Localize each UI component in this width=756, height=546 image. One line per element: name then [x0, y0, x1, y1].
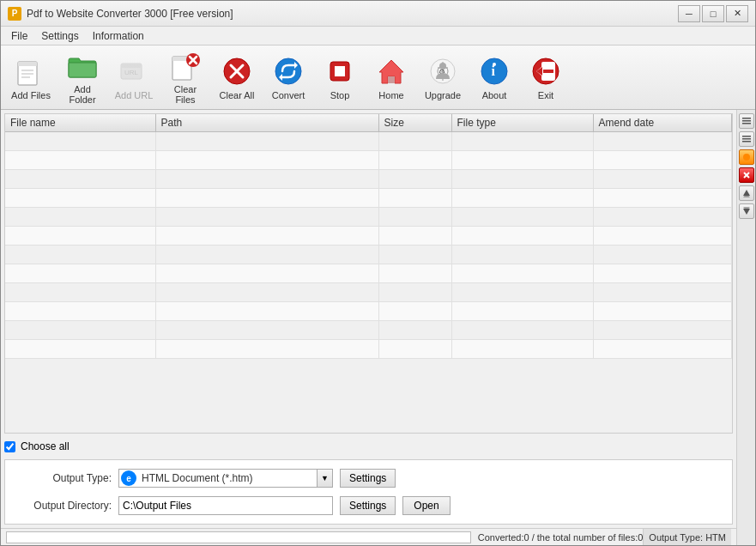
window-title: Pdf to Website Converter 3000 [Free vers…	[27, 8, 233, 20]
file-table-container[interactable]: File name Path Size File type Amend date	[4, 113, 733, 434]
menu-bar: File Settings Information	[1, 27, 755, 46]
svg-point-17	[275, 58, 301, 84]
choose-all-label[interactable]: Choose all	[21, 440, 70, 452]
convert-label: Convert	[272, 90, 305, 100]
minimize-button[interactable]: ─	[678, 5, 700, 22]
clear-all-icon	[220, 54, 254, 88]
col-header-size: Size	[378, 114, 451, 132]
sidebar-red-button[interactable]	[739, 167, 754, 183]
file-table: File name Path Size File type Amend date	[5, 114, 732, 359]
svg-rect-5	[69, 63, 96, 77]
add-folder-label: Add Folder	[61, 84, 104, 105]
output-type-settings-button[interactable]: Settings	[340, 469, 396, 488]
table-row	[5, 246, 732, 264]
svg-rect-32	[543, 70, 553, 73]
clear-all-button[interactable]: Clear All	[212, 49, 262, 106]
upgrade-label: Upgrade	[425, 90, 461, 100]
exit-button[interactable]: Exit	[521, 49, 571, 106]
app-icon: P	[8, 7, 21, 21]
home-label: Home	[378, 90, 403, 100]
svg-rect-36	[742, 123, 751, 124]
output-type-select[interactable]: e HTML Document (*.htm) ▼	[118, 469, 333, 488]
choose-all-checkbox[interactable]	[4, 441, 15, 452]
output-directory-settings-button[interactable]: Settings	[340, 496, 396, 515]
output-directory-row: Output Directory: Settings Open	[17, 496, 720, 515]
svg-point-27	[439, 63, 446, 70]
table-row	[5, 340, 732, 359]
convert-icon	[271, 54, 305, 88]
maximize-button[interactable]: □	[702, 5, 724, 22]
upgrade-button[interactable]: ⚙ Upgrade	[418, 49, 468, 106]
add-url-button: URL Add URL	[109, 49, 159, 106]
progress-bar	[6, 531, 471, 543]
svg-rect-23	[388, 76, 395, 83]
table-row	[5, 189, 732, 208]
home-button[interactable]: Home	[366, 49, 416, 106]
app-window: P Pdf to Website Converter 3000 [Free ve…	[0, 0, 756, 546]
title-bar-left: P Pdf to Website Converter 3000 [Free ve…	[8, 7, 233, 21]
col-header-date: Amend date	[593, 114, 732, 132]
svg-rect-39	[742, 141, 751, 143]
title-bar: P Pdf to Website Converter 3000 [Free ve…	[1, 1, 755, 27]
main-content: File name Path Size File type Amend date	[1, 110, 736, 545]
sidebar-up-button[interactable]	[739, 185, 754, 201]
add-url-icon: URL	[117, 54, 151, 88]
clear-all-label: Clear All	[220, 90, 255, 100]
settings-panel: Output Type: e HTML Document (*.htm) ▼ S…	[4, 459, 733, 525]
stop-button[interactable]: Stop	[315, 49, 365, 106]
clear-files-icon	[168, 50, 203, 82]
add-folder-icon	[65, 50, 100, 82]
menu-information[interactable]: Information	[86, 27, 151, 45]
sidebar-orange-button[interactable]	[739, 149, 754, 165]
stop-label: Stop	[330, 90, 350, 100]
title-bar-controls: ─ □ ✕	[678, 5, 748, 22]
col-header-type: File type	[451, 114, 593, 132]
clear-files-label: Clear Files	[164, 84, 207, 105]
status-bar: Converted:0 / the total number of files:…	[1, 528, 736, 545]
output-type-row: Output Type: e HTML Document (*.htm) ▼ S…	[17, 469, 720, 488]
exit-icon	[529, 54, 563, 88]
table-row	[5, 170, 732, 189]
output-type-label: Output Type:	[17, 472, 112, 484]
sidebar-scroll-mid-button[interactable]	[739, 131, 754, 147]
svg-rect-1	[18, 62, 37, 66]
menu-settings[interactable]: Settings	[34, 27, 85, 45]
output-type-icon: e	[121, 470, 136, 486]
menu-file[interactable]: File	[4, 27, 34, 45]
svg-rect-7	[121, 64, 142, 68]
output-directory-label: Output Directory:	[17, 500, 112, 512]
close-button[interactable]: ✕	[726, 5, 748, 22]
output-directory-open-button[interactable]: Open	[402, 496, 450, 515]
clear-files-button[interactable]: Clear Files	[160, 49, 210, 106]
about-button[interactable]: i About	[469, 49, 519, 106]
app-inner: P Pdf to Website Converter 3000 [Free ve…	[1, 1, 755, 545]
add-files-label: Add Files	[11, 90, 51, 100]
svg-rect-37	[742, 136, 751, 137]
svg-rect-34	[742, 118, 751, 119]
output-type-text: HTML Document (*.htm)	[138, 472, 317, 484]
home-icon	[374, 54, 408, 88]
table-row	[5, 227, 732, 246]
table-row	[5, 283, 732, 302]
table-row	[5, 302, 732, 321]
table-row	[5, 321, 732, 340]
table-row	[5, 132, 732, 151]
sidebar-down-button[interactable]	[739, 203, 754, 219]
upgrade-icon: ⚙	[426, 54, 460, 88]
table-row	[5, 264, 732, 283]
svg-point-40	[743, 154, 750, 161]
convert-button[interactable]: Convert	[263, 49, 313, 106]
about-label: About	[482, 90, 507, 100]
table-row	[5, 208, 732, 227]
add-files-button[interactable]: Add Files	[6, 49, 56, 106]
converted-status-text: Converted:0 / the total number of files:…	[478, 532, 644, 543]
sidebar-scroll-top-button[interactable]	[739, 113, 754, 129]
add-folder-button[interactable]: Add Folder	[57, 49, 107, 106]
right-sidebar	[736, 110, 755, 545]
output-directory-input[interactable]	[118, 496, 333, 515]
about-icon: i	[477, 54, 511, 88]
output-type-dropdown-arrow[interactable]: ▼	[317, 470, 332, 487]
choose-all-row: Choose all	[1, 437, 736, 456]
main-content-area: File name Path Size File type Amend date	[1, 110, 755, 545]
toolbar: Add Files Add Folder URL	[1, 46, 755, 110]
